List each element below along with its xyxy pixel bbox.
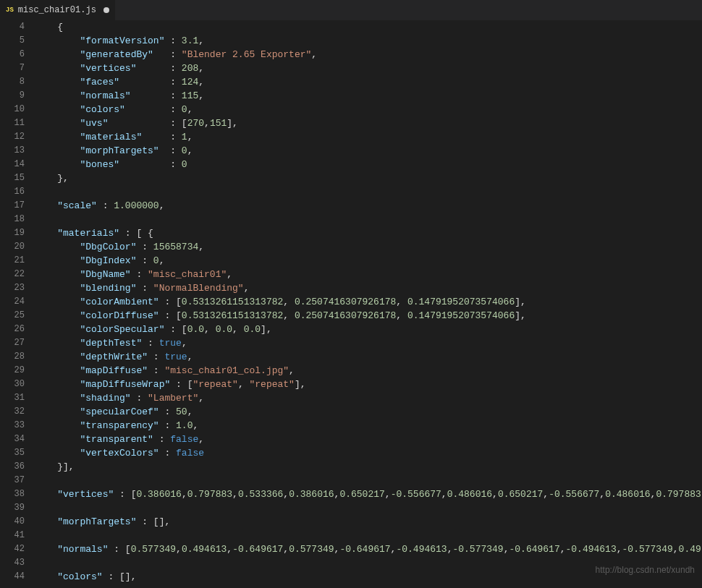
file-tab[interactable]: JS misc_chair01.js — [0, 0, 115, 20]
code-line: "generatedBy" : "Blender 2.65 Exporter", — [35, 48, 702, 61]
code-line: "colors" : 0, — [35, 103, 702, 116]
tab-bar: JS misc_chair01.js — [0, 0, 702, 20]
code-line: "DbgIndex" : 0, — [35, 254, 702, 268]
line-number: 10 — [0, 103, 25, 116]
code-line: }, — [35, 171, 702, 185]
line-number: 17 — [0, 199, 25, 213]
line-number: 30 — [0, 378, 25, 391]
code-line — [35, 474, 702, 487]
code-line: "faces" : 124, — [35, 75, 702, 89]
code-line: "colorSpecular" : [0.0, 0.0, 0.0], — [35, 323, 702, 336]
code-line: "materials" : 1, — [35, 130, 702, 144]
line-number: 12 — [0, 130, 25, 144]
code-line: { — [35, 20, 702, 34]
tab-filename: misc_chair01.js — [18, 5, 96, 15]
code-line: "depthTest" : true, — [35, 336, 702, 350]
line-number: 29 — [0, 364, 25, 378]
code-line: "depthWrite" : true, — [35, 350, 702, 364]
code-line: "materials" : [ { — [35, 226, 702, 240]
editor[interactable]: 4567891011121314151617181920212223242526… — [0, 20, 702, 588]
line-number: 34 — [0, 433, 25, 446]
code-line: "colorAmbient" : [0.5313261151313782, 0.… — [35, 295, 702, 309]
code-line: "specularCoef" : 50, — [35, 405, 702, 419]
code-line: "formatVersion" : 3.1, — [35, 34, 702, 48]
line-number: 28 — [0, 350, 25, 364]
line-number: 18 — [0, 213, 25, 226]
line-number: 31 — [0, 391, 25, 405]
line-number: 25 — [0, 309, 25, 323]
line-number: 41 — [0, 529, 25, 542]
code-line: "normals" : [0.577349,0.494613,-0.649617… — [35, 542, 702, 556]
line-number: 9 — [0, 89, 25, 103]
code-line: "vertices" : [0.386016,0.797883,0.533366… — [35, 487, 702, 501]
code-line: "vertexColors" : false — [35, 446, 702, 460]
line-number: 24 — [0, 295, 25, 309]
line-number: 20 — [0, 240, 25, 254]
line-number: 13 — [0, 144, 25, 158]
code-line — [35, 213, 702, 226]
code-line — [35, 501, 702, 515]
code-line: "bones" : 0 — [35, 158, 702, 171]
line-number-gutter: 4567891011121314151617181920212223242526… — [0, 20, 35, 588]
code-line — [35, 529, 702, 542]
code-line: "colorDiffuse" : [0.5313261151313782, 0.… — [35, 309, 702, 323]
code-line: "mapDiffuseWrap" : ["repeat", "repeat"], — [35, 378, 702, 391]
code-line: "shading" : "Lambert", — [35, 391, 702, 405]
code-line: "DbgColor" : 15658734, — [35, 240, 702, 254]
code-line: "morphTargets" : 0, — [35, 144, 702, 158]
code-line: "scale" : 1.000000, — [35, 199, 702, 213]
line-number: 4 — [0, 20, 25, 34]
code-line: "morphTargets" : [], — [35, 515, 702, 529]
line-number: 33 — [0, 419, 25, 433]
line-number: 16 — [0, 185, 25, 199]
code-line: "transparency" : 1.0, — [35, 419, 702, 433]
line-number: 7 — [0, 61, 25, 75]
code-line: "vertices" : 208, — [35, 61, 702, 75]
unsaved-dot-icon — [103, 7, 109, 13]
line-number: 36 — [0, 460, 25, 474]
line-number: 22 — [0, 268, 25, 281]
line-number: 23 — [0, 281, 25, 295]
line-number: 15 — [0, 171, 25, 185]
code-line: "uvs" : [270,151], — [35, 116, 702, 130]
code-line: "normals" : 115, — [35, 89, 702, 103]
js-file-icon: JS — [6, 7, 14, 14]
line-number: 39 — [0, 501, 25, 515]
line-number: 42 — [0, 542, 25, 556]
line-number: 6 — [0, 48, 25, 61]
line-number: 37 — [0, 474, 25, 487]
line-number: 38 — [0, 487, 25, 501]
line-number: 8 — [0, 75, 25, 89]
line-number: 32 — [0, 405, 25, 419]
line-number: 19 — [0, 226, 25, 240]
line-number: 40 — [0, 515, 25, 529]
line-number: 14 — [0, 158, 25, 171]
line-number: 44 — [0, 570, 25, 584]
code-line — [35, 185, 702, 199]
line-number: 35 — [0, 446, 25, 460]
line-number: 11 — [0, 116, 25, 130]
code-line: "transparent" : false, — [35, 433, 702, 446]
watermark-text: http://blog.csdn.net/xundh — [596, 565, 695, 575]
line-number: 43 — [0, 556, 25, 570]
line-number: 27 — [0, 336, 25, 350]
line-number: 21 — [0, 254, 25, 268]
code-line: "blending" : "NormalBlending", — [35, 281, 702, 295]
code-line: }], — [35, 460, 702, 474]
line-number: 26 — [0, 323, 25, 336]
code-area[interactable]: { "formatVersion" : 3.1, "generatedBy" :… — [35, 20, 702, 588]
line-number: 5 — [0, 34, 25, 48]
code-line: "DbgName" : "misc_chair01", — [35, 268, 702, 281]
code-line: "mapDiffuse" : "misc_chair01_col.jpg", — [35, 364, 702, 378]
